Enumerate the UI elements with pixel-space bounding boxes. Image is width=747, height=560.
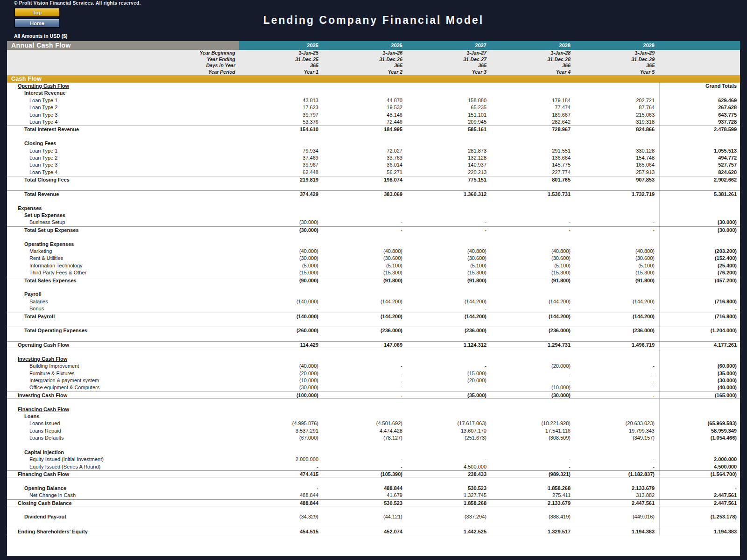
value-cell-year-2028: (18.221.928) bbox=[491, 420, 575, 427]
value-cell-year-2028: (30.000) bbox=[491, 392, 575, 399]
info-value-cell: 366 bbox=[491, 63, 575, 69]
section-title: Annual Cash Flow bbox=[7, 41, 239, 50]
grand-total-cell: (30.000) bbox=[659, 227, 740, 234]
value-cell-year-2026: (15.300) bbox=[323, 269, 407, 276]
info-row-label: Year Period bbox=[7, 69, 239, 76]
row-label-text: Net Change in Cash bbox=[29, 492, 76, 498]
info-gt-spacer bbox=[659, 63, 740, 69]
value-cell-year-2026 bbox=[323, 506, 407, 513]
grand-total-cell bbox=[659, 449, 740, 456]
value-cell-year-2029: - bbox=[575, 370, 659, 377]
value-cell-year-2029 bbox=[575, 413, 659, 420]
grand-total-cell bbox=[659, 197, 740, 204]
row-label: Loan Type 3 bbox=[7, 112, 239, 119]
value-cell-year-2026: 452.074 bbox=[323, 528, 407, 535]
value-cell-year-2027: 151.101 bbox=[407, 112, 491, 119]
grand-total-cell: (40.000) bbox=[659, 384, 740, 391]
row-financing-cash-flow: Financing Cash Flow bbox=[7, 406, 740, 413]
value-cell-year-2027 bbox=[407, 348, 491, 355]
value-cell-year-2026: 198.074 bbox=[323, 176, 407, 183]
value-cell-year-2027: 140.937 bbox=[407, 161, 491, 168]
grand-total-cell bbox=[659, 133, 740, 140]
value-cell-year-2026 bbox=[323, 334, 407, 341]
grand-total-cell bbox=[659, 521, 740, 528]
row-label bbox=[7, 521, 239, 528]
value-cell-year-2025: (30.000) bbox=[239, 219, 323, 226]
value-cell-year-2028: 227.774 bbox=[491, 169, 575, 176]
value-cell-year-2026: 72.027 bbox=[323, 147, 407, 154]
value-cell-year-2025 bbox=[239, 205, 323, 212]
grand-total-cell: (35.000) bbox=[659, 370, 740, 377]
value-cell-year-2025: 488.844 bbox=[239, 500, 323, 507]
row-label: Loans Defaults bbox=[7, 434, 239, 441]
value-cell-year-2028 bbox=[491, 212, 575, 219]
value-cell-year-2027: - bbox=[407, 384, 491, 391]
grand-total-cell: 5.381.261 bbox=[659, 191, 740, 198]
value-cell-year-2029 bbox=[575, 521, 659, 528]
value-cell-year-2025 bbox=[239, 406, 323, 413]
row-label-text: Loans Issued bbox=[29, 420, 60, 426]
value-cell-year-2029 bbox=[575, 133, 659, 140]
value-cell-year-2027 bbox=[407, 241, 491, 248]
info-row-year-beginning: Year Beginning1-Jan-251-Jan-261-Jan-271-… bbox=[7, 50, 740, 56]
value-cell-year-2029: - bbox=[575, 219, 659, 226]
value-cell-year-2027 bbox=[407, 413, 491, 420]
blank-row bbox=[7, 348, 740, 355]
value-cell-year-2025: (20.000) bbox=[239, 370, 323, 377]
value-cell-year-2028 bbox=[491, 233, 575, 240]
blank-row bbox=[7, 133, 740, 140]
row-loan-type-2: Loan Type 217.62319.53265.23577.47487.76… bbox=[7, 104, 740, 111]
year-header-2028: 2028 bbox=[491, 41, 575, 50]
row-label: Opening Balance bbox=[7, 485, 239, 492]
row-label: Interest Revenue bbox=[7, 90, 239, 97]
row-label-text: Total Revenue bbox=[24, 191, 59, 197]
row-label-text: Total Operating Expenses bbox=[24, 328, 87, 333]
row-label: Total Closing Fees bbox=[7, 176, 239, 183]
value-cell-year-2029: 19.799.343 bbox=[575, 427, 659, 434]
row-label bbox=[7, 442, 239, 449]
value-cell-year-2028 bbox=[491, 356, 575, 363]
row-label: Loan Type 2 bbox=[7, 104, 239, 111]
value-cell-year-2028: - bbox=[491, 377, 575, 384]
value-cell-year-2028 bbox=[491, 205, 575, 212]
grand-total-cell bbox=[659, 90, 740, 97]
value-cell-year-2027: (236.000) bbox=[407, 327, 491, 334]
value-cell-year-2026 bbox=[323, 284, 407, 291]
value-cell-year-2027: 132.128 bbox=[407, 154, 491, 161]
value-cell-year-2028: 189.667 bbox=[491, 112, 575, 119]
grand-total-cell bbox=[659, 399, 740, 406]
info-value-cell: 1-Jan-27 bbox=[407, 50, 491, 56]
row-total-payroll: Total Payroll(140.000)(144.200)(144.200)… bbox=[7, 313, 740, 320]
value-cell-year-2026 bbox=[323, 212, 407, 219]
blank-row bbox=[7, 506, 740, 513]
row-label: Third Party Fees & Other bbox=[7, 269, 239, 276]
value-cell-year-2028 bbox=[491, 477, 575, 484]
value-cell-year-2025 bbox=[239, 140, 323, 147]
value-cell-year-2029: 2.133.679 bbox=[575, 485, 659, 492]
value-cell-year-2025: 3.537.291 bbox=[239, 427, 323, 434]
row-salaries: Salaries(140.000)(144.200)(144.200)(144.… bbox=[7, 298, 740, 305]
value-cell-year-2025: 154.610 bbox=[239, 126, 323, 133]
row-total-interest-revenue: Total Interest Revenue154.610184.995585.… bbox=[7, 126, 740, 133]
value-cell-year-2028: 2.133.679 bbox=[491, 500, 575, 507]
value-cell-year-2025: - bbox=[239, 463, 323, 470]
row-rent-utilities: Rent & Utilities(30.000)(30.600)(30.600)… bbox=[7, 255, 740, 262]
grand-total-cell: - bbox=[659, 485, 740, 492]
value-cell-year-2029 bbox=[575, 348, 659, 355]
value-cell-year-2029 bbox=[575, 197, 659, 204]
value-cell-year-2026 bbox=[323, 399, 407, 406]
value-cell-year-2026 bbox=[323, 183, 407, 190]
value-cell-year-2027: (15.300) bbox=[407, 269, 491, 276]
row-label-text: Total Set up Expenses bbox=[24, 227, 79, 233]
value-cell-year-2025: (67.000) bbox=[239, 434, 323, 441]
grand-total-cell bbox=[659, 284, 740, 291]
row-label: Total Operating Expenses bbox=[7, 327, 239, 334]
grand-total-cell bbox=[659, 334, 740, 341]
cash-flow-band: Cash Flow bbox=[7, 75, 740, 83]
row-building-improvement: Building Improvement(40.000)--(20.000)-(… bbox=[7, 363, 740, 370]
value-cell-year-2027 bbox=[407, 183, 491, 190]
grand-total-cell bbox=[659, 233, 740, 240]
value-cell-year-2028: 275.411 bbox=[491, 492, 575, 499]
row-loan-type-4: Loan Type 453.37672.446209.945282.642319… bbox=[7, 119, 740, 126]
value-cell-year-2028: (989.321) bbox=[491, 471, 575, 478]
